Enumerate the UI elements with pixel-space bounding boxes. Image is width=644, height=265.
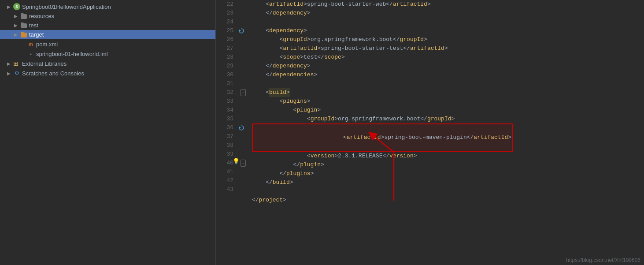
arrow-ext-libs: ▶ bbox=[7, 61, 13, 66]
line-41: 41 bbox=[216, 168, 233, 176]
line-28: 28 bbox=[216, 53, 233, 62]
code-line-35: <groupId>org.springframework.boot</group… bbox=[252, 115, 644, 123]
line-39: 39 bbox=[216, 150, 233, 159]
code-line-37: <version>2.3.1.RELEASE</version> bbox=[252, 152, 644, 160]
line-42: 42 bbox=[216, 176, 233, 185]
line-34: 34 bbox=[216, 106, 233, 115]
arrow-scratches: ▶ bbox=[7, 71, 13, 76]
line-40: 40 bbox=[216, 159, 233, 168]
line-31: 31 bbox=[216, 79, 233, 88]
svg-marker-0 bbox=[239, 30, 241, 31]
line-35: 35 bbox=[216, 115, 233, 123]
scratches-label: Scratches and Consoles bbox=[22, 70, 84, 77]
line-37: 37 bbox=[216, 132, 233, 141]
line-25: 25 bbox=[216, 26, 233, 35]
line-38: 38 bbox=[216, 141, 233, 150]
redbox-highlight: <artifactId>spring-boot-maven-plugin</ar… bbox=[252, 123, 513, 152]
code-line-28: <scope>test</scope> bbox=[252, 53, 644, 62]
sidebar-item-scratches[interactable]: ▶ ⚙ Scratches and Consoles bbox=[0, 68, 215, 78]
sidebar-item-target[interactable]: ▶ target bbox=[0, 30, 215, 39]
spring-icon: S bbox=[13, 3, 20, 10]
svg-marker-1 bbox=[239, 127, 241, 128]
line-36: 36 bbox=[216, 123, 233, 132]
gutter-sync-36 bbox=[238, 123, 245, 132]
folder-resources-icon bbox=[20, 13, 27, 19]
code-line-29: </dependency> bbox=[252, 62, 644, 71]
line-32: 32 bbox=[216, 88, 233, 97]
code-line-22: <artifactId>spring-boot-starter-web</art… bbox=[252, 0, 644, 9]
code-line-40: </build> bbox=[252, 178, 644, 187]
code-line-30: </dependencies> bbox=[252, 71, 644, 79]
gutter: - - 💡 bbox=[238, 0, 248, 265]
code-line-31 bbox=[252, 79, 644, 88]
arrow-target: ▶ bbox=[14, 32, 20, 37]
scratches-icon: ⚙ bbox=[13, 70, 20, 77]
fold-indicator-40: - bbox=[240, 159, 247, 168]
code-line-24 bbox=[252, 18, 644, 26]
code-line-41 bbox=[252, 187, 644, 196]
code-line-42: </project> bbox=[252, 196, 644, 205]
line-30: 30 bbox=[216, 71, 233, 79]
ext-libs-icon: ⊞ bbox=[13, 60, 20, 67]
line-29: 29 bbox=[216, 62, 233, 71]
sidebar-item-external-libs[interactable]: ▶ ⊞ External Libraries bbox=[0, 59, 215, 68]
folder-test-icon bbox=[20, 22, 27, 28]
resources-label: resources bbox=[29, 13, 54, 19]
line-24: 24 bbox=[216, 18, 233, 26]
code-line-25: <dependency> bbox=[252, 26, 644, 35]
folder-target-icon bbox=[20, 32, 27, 37]
code-line-26: <groupId>org.springframework.boot</group… bbox=[252, 35, 644, 44]
sidebar-item-test[interactable]: ▶ test bbox=[0, 21, 215, 30]
line-23: 23 bbox=[216, 9, 233, 18]
iml-label: springboot-01-helloworld.iml bbox=[36, 51, 108, 57]
line-43: 43 bbox=[216, 185, 233, 194]
line-22: 22 bbox=[216, 0, 233, 9]
gutter-sync-25 bbox=[238, 26, 245, 35]
code-line-39: </plugins> bbox=[252, 169, 644, 178]
arrow-resources: ▶ bbox=[14, 14, 20, 19]
editor-content: 22 23 24 25 26 27 28 29 30 31 32 33 34 3… bbox=[216, 0, 644, 265]
sidebar-item-resources[interactable]: ▶ resources bbox=[0, 11, 215, 21]
iml-icon: ▪ bbox=[27, 50, 34, 57]
code-line-33: <plugins> bbox=[252, 97, 644, 106]
code-line-38: </plugin> bbox=[252, 160, 644, 169]
code-line-43 bbox=[252, 205, 644, 213]
line-numbers: 22 23 24 25 26 27 28 29 30 31 32 33 34 3… bbox=[216, 0, 238, 265]
code-line-36: <artifactId>spring-boot-maven-plugin</ar… bbox=[252, 123, 644, 152]
url-text: https://blog.csdn.net/Xhf199606 bbox=[566, 257, 640, 263]
sidebar-item-pom-xml[interactable]: ▶ m pom.xml bbox=[0, 39, 215, 49]
ext-libs-label: External Libraries bbox=[22, 60, 67, 67]
arrow-springboot: ▶ bbox=[7, 4, 13, 9]
springboot-label: Springboot01HelloworldApplication bbox=[22, 4, 111, 10]
maven-icon: m bbox=[27, 41, 34, 48]
arrow-test: ▶ bbox=[14, 23, 20, 28]
pom-label: pom.xml bbox=[36, 41, 58, 48]
code-line-34: <plugin> bbox=[252, 106, 644, 115]
bulb-icon: 💡 bbox=[233, 158, 240, 165]
line-33: 33 bbox=[216, 97, 233, 106]
code-line-23: </dependency> bbox=[252, 9, 644, 18]
line-27: 27 bbox=[216, 44, 233, 53]
line-26: 26 bbox=[216, 35, 233, 44]
fold-indicator-32: - bbox=[240, 88, 247, 97]
sidebar-item-iml[interactable]: ▶ ▪ springboot-01-helloworld.iml bbox=[0, 49, 215, 59]
sidebar: ▶ S Springboot01HelloworldApplication ▶ … bbox=[0, 0, 216, 265]
editor: 22 23 24 25 26 27 28 29 30 31 32 33 34 3… bbox=[216, 0, 644, 265]
code-area[interactable]: <artifactId>spring-boot-starter-web</art… bbox=[248, 0, 644, 265]
sidebar-item-springboot-app[interactable]: ▶ S Springboot01HelloworldApplication bbox=[0, 2, 215, 11]
target-label: target bbox=[29, 31, 44, 38]
code-line-27: <artifactId>spring-boot-starter-test</ar… bbox=[252, 44, 644, 53]
test-label: test bbox=[29, 22, 38, 29]
url-bar: https://blog.csdn.net/Xhf199606 bbox=[563, 255, 644, 265]
code-line-32: <build> bbox=[252, 88, 644, 97]
